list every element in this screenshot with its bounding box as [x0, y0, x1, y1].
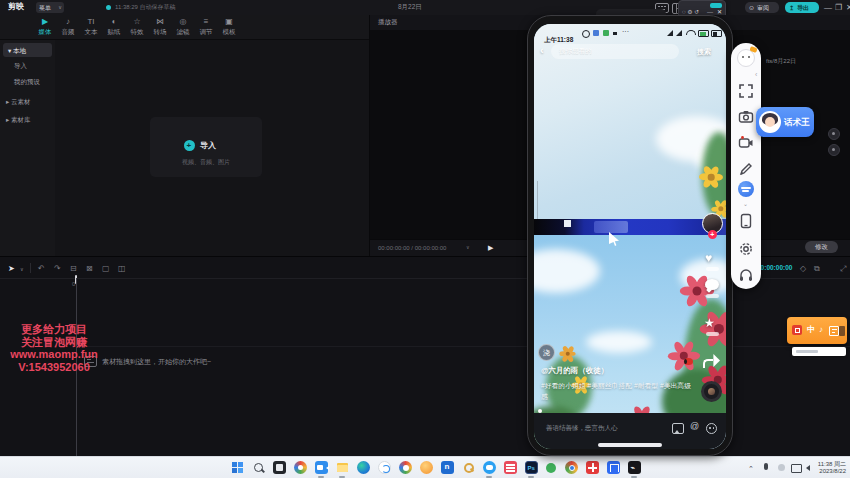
zoom-fit-icon[interactable]: ⤢ — [840, 264, 846, 274]
freeze-icon[interactable]: ▢ — [102, 264, 110, 273]
tray-expand-icon[interactable]: ⌃ — [748, 465, 754, 472]
file-explorer-icon[interactable] — [336, 461, 349, 474]
video-author[interactable]: @六月的雨（收徒） — [541, 367, 608, 375]
app-icon-redcross[interactable] — [586, 461, 599, 474]
tray-mic-icon[interactable] — [764, 463, 768, 470]
status-more-icon: ··· — [622, 28, 629, 35]
mirror-icon[interactable]: ◫ — [118, 264, 126, 273]
ime-mode-label[interactable]: 中 — [807, 326, 815, 334]
modify-button-label: 修改 — [815, 244, 828, 251]
edge-icon[interactable] — [357, 461, 370, 474]
favorite-icon[interactable]: ★ — [704, 317, 715, 329]
sidebar-item-local[interactable]: ▾ 本地 — [8, 44, 63, 57]
close-button[interactable]: ✕ — [846, 4, 850, 12]
app-icon-colorwheel[interactable] — [399, 461, 412, 474]
emoji-icon[interactable] — [706, 423, 717, 434]
speed-indicator[interactable] — [738, 181, 754, 197]
app-icon-widgets[interactable] — [294, 461, 307, 474]
app-icon-meeting[interactable] — [315, 461, 328, 474]
tab-template[interactable]: ▣模板 — [217, 17, 241, 37]
back-icon[interactable]: ‹ — [540, 45, 544, 56]
annotate-pen-icon[interactable] — [738, 161, 754, 177]
live-badge[interactable]: 浇 — [538, 344, 555, 361]
tab-adjust[interactable]: ≡调节 — [194, 17, 218, 37]
magnet-icon[interactable]: ◇ — [800, 264, 806, 273]
settings-gear-icon[interactable] — [738, 241, 754, 257]
search-input[interactable]: 搜你想看的 — [551, 44, 679, 59]
select-tool-chevron[interactable]: ∨ — [20, 266, 24, 272]
headset-icon[interactable] — [738, 267, 754, 283]
split-icon[interactable]: ⊟ — [70, 264, 77, 273]
tab-text[interactable]: TI文本 — [79, 17, 103, 37]
tab-media[interactable]: ▶媒体 — [33, 17, 57, 37]
comment-count — [706, 294, 719, 298]
select-tool-icon[interactable]: ➤ — [8, 264, 15, 273]
task-view-button[interactable] — [273, 461, 286, 474]
wifi-icon — [686, 30, 696, 35]
ime-voice-icon[interactable]: ♪ — [819, 326, 823, 334]
comment-bar[interactable]: 善语结善缘，恶言伤人心 @ — [534, 413, 726, 449]
photoshop-icon[interactable]: Ps — [525, 461, 538, 474]
media-tabbar: ▶媒体 ♪音频 TI文本 ◐贴纸 ☆特效 ⋈转场 ◎滤镜 ≡调节 ▣模板 — [0, 15, 369, 40]
search-icon[interactable] — [252, 461, 265, 474]
search-button[interactable]: 搜索 — [697, 48, 711, 55]
share-icon[interactable] — [703, 354, 720, 367]
sidebar-item-presets[interactable]: 我的预设 — [14, 75, 69, 88]
jianying-icon[interactable]: ⌁ — [628, 461, 641, 474]
float-icon-2[interactable] — [828, 144, 840, 156]
app-icon-redbook[interactable] — [504, 461, 517, 474]
app-icon-key[interactable] — [462, 461, 475, 474]
tray-display-icon[interactable] — [791, 464, 802, 473]
app-icon-chat[interactable] — [483, 461, 496, 474]
app-icon-fox[interactable] — [420, 461, 433, 474]
assistant-mascot-icon[interactable] — [737, 49, 755, 67]
ime-candidate-bar[interactable] — [792, 347, 846, 356]
delete-icon[interactable]: ⊠ — [86, 264, 93, 273]
mention-icon[interactable]: @ — [690, 422, 699, 431]
photo-icon[interactable] — [672, 423, 684, 434]
sidebar-item-library[interactable]: ▸ 素材库 — [6, 113, 61, 126]
phone-screen[interactable]: 上午11:38 ··· ‹ 搜你想看的 搜索 + ♥ ★ — [534, 24, 726, 449]
redo-icon[interactable]: ↷ — [54, 264, 61, 273]
tab-filter[interactable]: ◎滤镜 — [171, 17, 195, 37]
tab-effects[interactable]: ☆特效 — [125, 17, 149, 37]
screen-record-icon[interactable] — [738, 135, 754, 151]
review-button[interactable]: ⊙ 审阅 — [745, 2, 779, 13]
ime-keyboard-icon[interactable] — [829, 326, 839, 336]
maximize-button[interactable]: ❐ — [835, 4, 842, 12]
app-icon-green[interactable] — [546, 463, 556, 473]
tab-audio[interactable]: ♪音频 — [56, 17, 80, 37]
player-timecode: 00:00:00:00 / 00:00:00:00 — [378, 245, 446, 251]
collapse-icon[interactable]: ‹ — [755, 71, 757, 78]
assistant-tooltip[interactable]: 话术王 — [756, 107, 814, 137]
modify-button[interactable]: 修改 — [805, 241, 838, 253]
device-screen-icon[interactable] — [738, 213, 754, 229]
music-disc[interactable] — [701, 381, 722, 402]
tab-sticker[interactable]: ◐贴纸 — [102, 17, 126, 37]
ime-toolbar[interactable]: 中 ♪ — [787, 317, 847, 344]
play-button[interactable]: ▶ — [488, 244, 493, 251]
chrome-icon[interactable] — [565, 461, 578, 474]
float-icon-1[interactable] — [828, 128, 840, 140]
start-button[interactable] — [231, 461, 244, 474]
link-icon[interactable]: ⧉ — [814, 264, 820, 274]
app-icon-swirl[interactable] — [378, 461, 391, 474]
media-sidebar: ▾ 本地 导入 我的预设 ▸ 云素材 ▸ 素材库 — [0, 40, 55, 256]
undo-icon[interactable]: ↶ — [38, 264, 45, 273]
comment-placeholder: 善语结善缘，恶言伤人心 — [546, 425, 618, 432]
tab-transition[interactable]: ⋈转场 — [148, 17, 172, 37]
follow-button[interactable]: + — [708, 230, 717, 239]
screenshot-icon[interactable] — [738, 109, 754, 125]
comment-icon[interactable] — [705, 279, 719, 290]
app-icon-blue[interactable] — [607, 461, 620, 474]
import-card[interactable]: + 导入 视频、音频、图片 — [150, 117, 262, 177]
minimize-button[interactable]: — — [824, 4, 832, 12]
app-icon-n[interactable]: n — [441, 461, 454, 474]
like-icon[interactable]: ♥ — [705, 252, 712, 264]
menu-button[interactable]: 菜单 ∨ — [36, 2, 64, 13]
fullscreen-icon[interactable] — [738, 83, 754, 99]
tray-clock[interactable]: 11:38 周二 2023/8/22 — [806, 461, 846, 475]
export-button[interactable]: ↥ 导出 — [785, 2, 819, 13]
sidebar-item-cloud[interactable]: ▸ 云素材 — [6, 95, 61, 108]
sidebar-item-import[interactable]: 导入 — [14, 59, 69, 72]
